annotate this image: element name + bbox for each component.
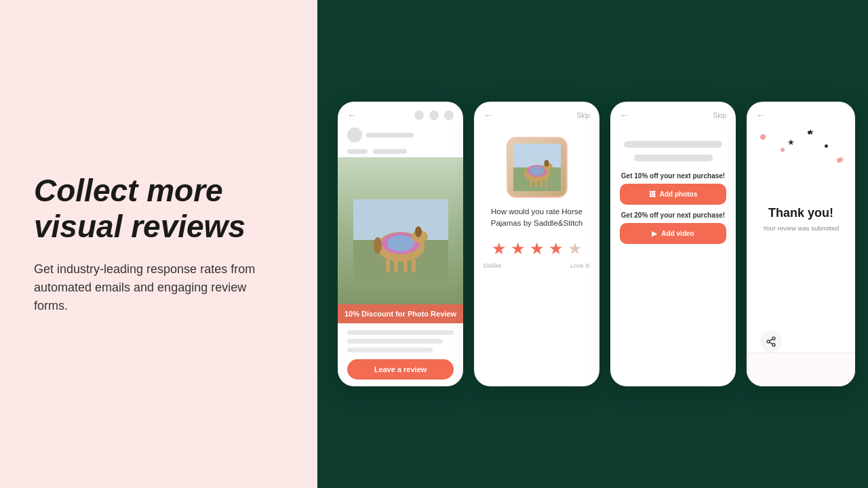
star-4[interactable]: ★	[549, 239, 564, 258]
offer1-title: Get 10% off your next purchase!	[610, 172, 736, 184]
share-svg	[766, 336, 776, 347]
svg-line-27	[770, 339, 773, 341]
header-icons	[414, 110, 454, 120]
svg-point-24	[767, 340, 770, 343]
product-image-container	[474, 121, 599, 206]
card2-header: ← Skip	[474, 102, 599, 121]
main-heading: Collect more visual reviews	[34, 173, 283, 245]
share-icon[interactable]	[760, 331, 782, 352]
horse-image: 10% Discount for Photo Review	[338, 157, 463, 323]
back-arrow-icon: ←	[484, 110, 493, 121]
back-arrow-icon: ←	[347, 110, 357, 121]
star-deco: ★	[787, 138, 795, 147]
more-icon	[444, 110, 454, 120]
discount-banner: 10% Discount for Photo Review	[338, 304, 463, 323]
bar2	[373, 149, 407, 154]
content-bar2	[347, 339, 443, 344]
confetti-dot	[825, 144, 828, 148]
product-bars	[610, 121, 736, 172]
content-bar1	[347, 330, 454, 335]
add-photos-label: Add photos	[660, 190, 698, 198]
star-5[interactable]: ★	[568, 239, 583, 258]
image-icon: 🖼	[649, 190, 656, 198]
svg-rect-6	[386, 259, 390, 272]
left-content: Collect more visual reviews Get industry…	[34, 173, 283, 316]
content-bars	[347, 330, 454, 352]
svg-rect-7	[394, 259, 398, 272]
rating-labels: Dislike Love it!	[474, 262, 599, 269]
thank-you-subtitle: Your review was submitted	[763, 224, 840, 232]
product-horse-svg	[513, 144, 561, 191]
star-3[interactable]: ★	[530, 239, 545, 258]
card4-bottom	[747, 352, 855, 386]
right-panel: ←	[317, 0, 868, 488]
back-arrow-icon: ←	[756, 110, 766, 121]
add-video-button[interactable]: ▶ Add video	[620, 223, 726, 244]
leave-review-button[interactable]: Leave a review	[347, 359, 454, 380]
stars-row[interactable]: ★ ★ ★ ★ ★	[474, 239, 599, 262]
card1-header: ←	[338, 102, 463, 125]
add-photos-button[interactable]: 🖼 Add photos	[620, 184, 726, 205]
svg-point-22	[544, 160, 549, 167]
add-video-label: Add video	[661, 230, 694, 237]
avatar	[347, 127, 362, 142]
svg-point-10	[415, 226, 422, 237]
offer2-title: Get 20% off your next purchase!	[610, 211, 736, 223]
love-it-label: Love it!	[570, 262, 590, 269]
svg-rect-20	[540, 180, 543, 188]
svg-point-25	[772, 344, 775, 346]
sub-text: Get industry-leading response rates from…	[34, 260, 283, 315]
svg-rect-8	[403, 259, 408, 272]
sender-bar	[366, 133, 414, 138]
svg-point-16	[530, 166, 544, 176]
video-icon: ▶	[652, 230, 657, 237]
skip-label[interactable]: Skip	[713, 112, 726, 119]
rating-card: ← Skip How wo	[474, 102, 599, 386]
star-1[interactable]: ★	[492, 239, 507, 258]
back-arrow-icon: ←	[620, 110, 629, 121]
product-bar2	[634, 155, 713, 161]
bar1	[347, 149, 368, 154]
confetti-dot	[837, 158, 842, 163]
confetti-dot	[760, 134, 766, 140]
star-deco: ★	[807, 127, 814, 137]
svg-point-23	[772, 337, 775, 340]
trash-icon	[414, 110, 424, 120]
thankyou-card: ← ★ ★ ★ Thank you! Your review was submi…	[747, 102, 855, 386]
star-2[interactable]: ★	[511, 239, 526, 258]
product-bar1	[624, 141, 722, 148]
star-deco: ★	[837, 155, 845, 164]
discount-card: ← Skip Get 10% off your next purchase! 🖼…	[610, 102, 736, 386]
confetti-dot	[808, 131, 811, 134]
svg-rect-18	[530, 180, 532, 188]
email-card: ←	[338, 102, 463, 386]
subject-bars	[338, 145, 463, 154]
svg-rect-9	[412, 259, 416, 272]
left-panel: Collect more visual reviews Get industry…	[0, 0, 317, 488]
svg-rect-19	[534, 180, 537, 188]
svg-point-11	[374, 237, 382, 253]
card1-content: Leave a review	[338, 323, 463, 386]
thank-you-title: Thank you!	[768, 206, 833, 220]
svg-rect-21	[545, 180, 548, 188]
svg-line-26	[770, 342, 773, 344]
card4-header: ←	[747, 102, 855, 121]
share-icon-row	[747, 317, 855, 352]
skip-label[interactable]: Skip	[577, 112, 590, 119]
card3-header: ← Skip	[610, 102, 736, 121]
svg-point-4	[387, 235, 414, 251]
product-image-box	[507, 137, 568, 198]
mail-icon	[429, 110, 439, 120]
horse-svg	[353, 199, 448, 281]
thank-you-area: ★ ★ ★ Thank you! Your review was submitt…	[747, 121, 855, 317]
confetti-dot	[781, 148, 785, 152]
sender-row	[338, 125, 463, 145]
content-bar3	[347, 348, 433, 352]
dislike-label: Dislike	[484, 262, 502, 269]
rating-question: How would you rate Horse Pajamas by Sadd…	[474, 206, 599, 239]
